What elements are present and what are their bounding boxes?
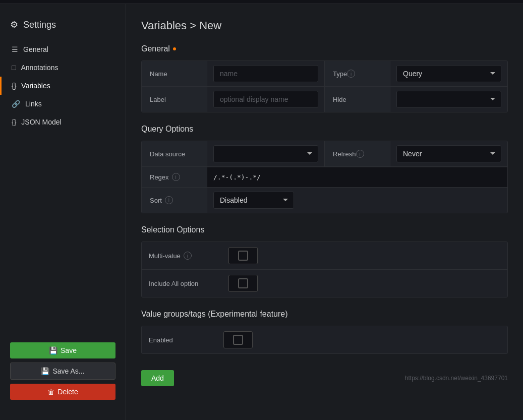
refresh-select[interactable]: Never On Dashboard Load On Time Range Ch… xyxy=(396,145,501,162)
sidebar-item-label-links: Links xyxy=(25,100,42,108)
name-input[interactable] xyxy=(213,65,318,82)
regex-input-cell xyxy=(207,167,507,187)
type-input-cell: Query Custom Text box Constant Data sour… xyxy=(390,61,507,86)
datasource-label: Data source xyxy=(142,141,207,166)
sidebar-item-variables[interactable]: {} Variables xyxy=(0,77,126,95)
sidebar-title: ⚙ Settings xyxy=(0,14,126,40)
label-input-cell xyxy=(207,87,324,112)
name-type-row: Name Type i Query Custom Text box xyxy=(142,61,507,87)
include-all-label: Include All option xyxy=(149,280,224,287)
sidebar-item-general[interactable]: ☰ General xyxy=(0,40,126,58)
save-button[interactable]: 💾 Save xyxy=(10,342,115,358)
save-as-button[interactable]: 💾 Save As... xyxy=(10,363,115,380)
enabled-checkbox-inner xyxy=(233,335,243,345)
general-icon: ☰ xyxy=(12,45,18,53)
query-options-section-title: Query Options xyxy=(141,125,508,134)
enabled-label: Enabled xyxy=(149,336,219,344)
datasource-select[interactable] xyxy=(213,145,318,162)
sidebar-item-label-variables: Variables xyxy=(21,82,50,90)
add-button[interactable]: Add xyxy=(141,370,174,386)
delete-button-label: Delete xyxy=(57,388,78,396)
regex-info-icon[interactable]: i xyxy=(172,173,180,181)
links-icon: 🔗 xyxy=(12,100,20,108)
sidebar-item-annotations[interactable]: □ Annotations xyxy=(0,58,126,77)
sidebar-title-text: Settings xyxy=(23,20,56,30)
sort-label: Sort i xyxy=(142,188,207,213)
json-model-icon: {} xyxy=(12,118,16,126)
hide-half: Hide Label Variable xyxy=(324,87,507,112)
name-half: Name xyxy=(142,61,324,86)
regex-label: Regex i xyxy=(142,167,207,187)
value-groups-row: Enabled xyxy=(141,326,508,354)
type-half: Type i Query Custom Text box Constant Da… xyxy=(324,61,507,86)
gear-icon: ⚙ xyxy=(10,19,18,30)
hide-label: Hide xyxy=(325,87,390,112)
footer-url: https://blog.csdn.net/weixin_43697701 xyxy=(405,375,508,382)
include-all-checkbox-inner xyxy=(238,278,248,288)
bottom-section: Add https://blog.csdn.net/weixin_4369770… xyxy=(141,366,508,386)
variables-icon: {} xyxy=(12,82,16,90)
general-form-table: Name Type i Query Custom Text box xyxy=(141,61,508,112)
label-label: Label xyxy=(142,87,207,112)
hide-select[interactable]: Label Variable xyxy=(396,91,501,108)
query-options-form-table: Data source Refresh i Never xyxy=(141,141,508,213)
multi-value-row: Multi-value i xyxy=(142,242,507,270)
delete-button[interactable]: 🗑 Delete xyxy=(10,384,115,400)
label-hide-row: Label Hide Label Variable xyxy=(142,87,507,112)
general-required-dot xyxy=(173,47,176,50)
include-all-row: Include All option xyxy=(142,270,507,297)
annotations-icon: □ xyxy=(12,64,16,72)
sidebar-item-label-general: General xyxy=(23,45,48,53)
type-info-icon[interactable]: i xyxy=(347,70,355,78)
save-as-icon: 💾 xyxy=(41,367,49,375)
delete-icon: 🗑 xyxy=(47,388,54,396)
datasource-input-cell xyxy=(207,141,324,166)
regex-row: Regex i xyxy=(142,167,507,188)
page-title: Variables > New xyxy=(141,19,508,32)
type-select[interactable]: Query Custom Text box Constant Data sour… xyxy=(396,65,501,82)
selection-options-table: Multi-value i Include All option xyxy=(141,242,508,297)
include-all-checkbox[interactable] xyxy=(228,275,258,292)
refresh-label: Refresh i xyxy=(325,141,390,166)
multi-value-checkbox-inner xyxy=(238,251,248,261)
sort-row: Sort i Disabled Alphabetical (asc) Alpha… xyxy=(142,188,507,213)
refresh-input-cell: Never On Dashboard Load On Time Range Ch… xyxy=(390,141,507,166)
hide-input-cell: Label Variable xyxy=(390,87,507,112)
save-button-label: Save xyxy=(61,346,77,354)
sort-input-cell: Disabled Alphabetical (asc) Alphabetical… xyxy=(207,188,507,213)
main-content: Variables > New General Name Type i xyxy=(126,4,523,420)
label-half: Label xyxy=(142,87,324,112)
multi-value-checkbox[interactable] xyxy=(228,247,258,264)
refresh-half: Refresh i Never On Dashboard Load On Tim… xyxy=(324,141,507,166)
general-section-title: General xyxy=(141,44,508,53)
sidebar-item-label-annotations: Annotations xyxy=(21,64,58,72)
enabled-checkbox[interactable] xyxy=(223,331,253,348)
refresh-info-icon[interactable]: i xyxy=(356,150,364,158)
sidebar-item-links[interactable]: 🔗 Links xyxy=(0,95,126,113)
save-as-button-label: Save As... xyxy=(52,367,84,375)
sort-info-icon[interactable]: i xyxy=(165,196,173,204)
sidebar-item-json-model[interactable]: {} JSON Model xyxy=(0,113,126,131)
sidebar-buttons: 💾 Save 💾 Save As... 🗑 Delete xyxy=(0,332,126,410)
sidebar-item-label-json-model: JSON Model xyxy=(21,118,61,126)
value-groups-section-title: Value groups/tags (Experimental feature) xyxy=(141,310,508,319)
selection-options-section-title: Selection Options xyxy=(141,225,508,234)
datasource-refresh-row: Data source Refresh i Never xyxy=(142,141,507,167)
name-input-cell xyxy=(207,61,324,86)
datasource-half: Data source xyxy=(142,141,324,166)
multi-value-label: Multi-value i xyxy=(149,252,224,260)
sidebar: ⚙ Settings ☰ General □ Annotations {} Va… xyxy=(0,4,126,420)
value-groups-section: Value groups/tags (Experimental feature)… xyxy=(141,310,508,354)
label-input[interactable] xyxy=(213,91,318,108)
type-label: Type i xyxy=(325,61,390,86)
regex-input[interactable] xyxy=(207,167,507,187)
sort-select[interactable]: Disabled Alphabetical (asc) Alphabetical… xyxy=(213,192,294,209)
name-label: Name xyxy=(142,61,207,86)
sidebar-nav: ☰ General □ Annotations {} Variables 🔗 L… xyxy=(0,40,126,332)
multi-value-info-icon[interactable]: i xyxy=(184,252,192,260)
save-icon: 💾 xyxy=(49,346,57,354)
